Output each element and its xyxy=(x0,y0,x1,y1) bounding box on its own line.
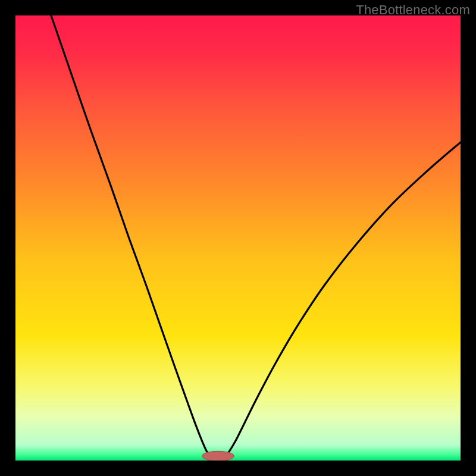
minimum-marker xyxy=(202,451,234,461)
plot-frame xyxy=(15,15,461,461)
plot-svg xyxy=(15,15,461,461)
plot-background xyxy=(15,15,461,461)
watermark-text: TheBottleneck.com xyxy=(356,2,470,18)
